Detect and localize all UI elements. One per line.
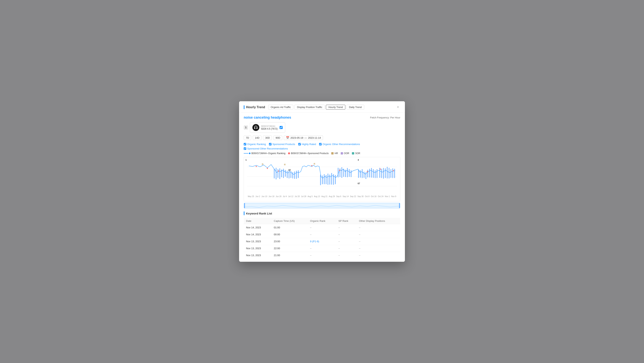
hourly-trend-modal: Hourly Trend Organic-Ad Traffic Display … [239, 101, 405, 262]
svg-rect-47 [383, 168, 384, 178]
checkbox-organic-other[interactable]: Organic Other Recommendations [319, 143, 360, 146]
svg-rect-26 [338, 168, 338, 178]
checkbox-oor-input[interactable] [319, 143, 322, 146]
svg-rect-65 [244, 203, 400, 208]
page-background: Hourly Trend Organic-Ad Traffic Display … [0, 0, 644, 363]
svg-rect-30 [345, 170, 346, 177]
col-date: Date [244, 218, 272, 224]
calendar-icon: 📅 [286, 136, 289, 139]
date-30d-button[interactable]: 30D [263, 136, 272, 140]
cell-organic-0: – [308, 224, 336, 231]
col-capture-time: Capture Time (US) [272, 218, 308, 224]
checkbox-sponsored-products[interactable]: Sponsored Products [269, 143, 295, 146]
checkbox-sponsored-other[interactable]: Sponsored Other Recommendations [244, 147, 288, 150]
legend-dot-blue [249, 152, 250, 154]
table-row: Nov 13, 2023 22:00 – – – [244, 245, 400, 252]
y-label-67: 67 [358, 182, 360, 184]
svg-point-56 [278, 170, 279, 172]
svg-rect-28 [342, 167, 342, 178]
checkbox-highly-input[interactable] [298, 143, 301, 146]
date-90d-button[interactable]: 90D [274, 136, 282, 140]
svg-rect-64 [314, 163, 315, 164]
date-separator: — [304, 136, 307, 139]
product-asin: B09XS7JWHH [261, 125, 278, 128]
tab-group: Organic-Ad Traffic Display Position Traf… [268, 105, 364, 110]
modal-header: Hourly Trend Organic-Ad Traffic Display … [239, 101, 405, 112]
cell-other-3: – [357, 245, 400, 252]
modal-title: Hourly Trend [246, 106, 265, 109]
rank-list-section-header: Keyword Rank List [244, 212, 400, 215]
svg-point-61 [393, 170, 394, 171]
svg-rect-23 [331, 173, 332, 184]
cell-sp-1: – [336, 231, 357, 238]
tab-daily-trend[interactable]: Daily Trend [346, 105, 364, 110]
cell-time-1: 00:00 [272, 231, 308, 238]
cell-time-0: 01:00 [272, 224, 308, 231]
tab-organic-ad[interactable]: Organic-Ad Traffic [268, 105, 294, 110]
cell-other-4: – [357, 252, 400, 259]
date-range-row: 7D 14D 30D 90D 📅 2023-05-19 — 2023-11-14 [244, 136, 400, 140]
col-other-display: Other Display Positions [357, 218, 400, 224]
filter-checkboxes-row-2: Sponsored Other Recommendations [244, 147, 400, 150]
tab-display-position[interactable]: Display Position Traffic [294, 105, 325, 110]
cell-sp-0: – [336, 224, 357, 231]
cell-time-4: 21:00 [272, 252, 308, 259]
date-7d-button[interactable]: 7D [244, 136, 251, 140]
legend-line-blue [244, 153, 248, 154]
svg-rect-36 [362, 169, 363, 178]
svg-rect-4 [276, 168, 276, 180]
cell-date-3: Nov 13, 2023 [244, 245, 272, 252]
col-sp-rank: SP Rank [336, 218, 357, 224]
cell-other-2: – [357, 238, 400, 245]
tab-hourly-trend[interactable]: Hourly Trend [326, 105, 345, 110]
svg-rect-3 [274, 169, 274, 178]
cell-time-2: 23:00 [272, 238, 308, 245]
date-14d-button[interactable]: 14D [253, 136, 262, 140]
legend-sponsored-products: B09XS7JWHH--Sponsored Products [288, 152, 328, 155]
cell-time-3: 22:00 [272, 245, 308, 252]
page-number: 1 [244, 125, 248, 130]
table-row: Nov 13, 2023 21:00 – – – [244, 252, 400, 259]
y-label-4: 4 [358, 159, 359, 161]
checkbox-sor-input[interactable] [244, 147, 246, 150]
product-card-row: 1 B09XS7JWHH $328 [244, 122, 400, 133]
table-row: Nov 14, 2023 00:00 – – – [244, 231, 400, 238]
cell-date-4: Nov 13, 2023 [244, 252, 272, 259]
keyword-rank-table: Date Capture Time (US) Organic Rank SP R… [244, 218, 400, 259]
keyword-title-row: noise canceling headphones Fetch Frequen… [244, 116, 400, 120]
close-button[interactable]: × [396, 105, 400, 110]
checkbox-organic-input[interactable] [244, 143, 246, 146]
legend-hr: HR [331, 152, 338, 155]
date-start: 2023-05-19 [290, 136, 303, 139]
keyword-title: noise canceling headphones [244, 116, 291, 120]
product-checkbox[interactable] [280, 126, 283, 129]
svg-rect-31 [347, 168, 348, 177]
svg-rect-34 [358, 170, 359, 178]
svg-rect-14 [294, 172, 295, 179]
svg-rect-62 [262, 163, 264, 165]
legend-oor: OOR [341, 152, 349, 155]
hourly-trend-chart: 1 18 4 67 [244, 157, 400, 201]
svg-rect-32 [349, 169, 350, 177]
svg-rect-17 [320, 174, 321, 185]
checkbox-highly-rated[interactable]: Highly Rated [298, 143, 316, 146]
range-selector[interactable] [244, 203, 400, 208]
checkbox-sponsored-input[interactable] [269, 143, 272, 146]
y-label-18: 18 [288, 169, 290, 171]
svg-rect-50 [389, 168, 390, 178]
date-range-input[interactable]: 📅 2023-05-19 — 2023-11-14 [284, 136, 323, 140]
modal-body: noise canceling headphones Fetch Frequen… [239, 112, 405, 262]
svg-rect-18 [322, 176, 323, 184]
cell-other-1: – [357, 231, 400, 238]
mini-chart-svg [244, 203, 400, 208]
rank-list-title: Keyword Rank List [246, 212, 272, 215]
product-card: B09XS7JWHH $328 4.5 (7672) [250, 122, 285, 133]
cell-other-0: – [357, 224, 400, 231]
checkbox-organic-ranking[interactable]: Organic Ranking [244, 143, 266, 146]
svg-rect-27 [340, 168, 340, 177]
filter-checkboxes-row: Organic Ranking Sponsored Products Highl… [244, 143, 400, 146]
svg-rect-15 [296, 171, 297, 179]
legend-box-sor [352, 152, 354, 154]
cell-organic-4: – [308, 252, 336, 259]
svg-rect-52 [392, 168, 393, 178]
